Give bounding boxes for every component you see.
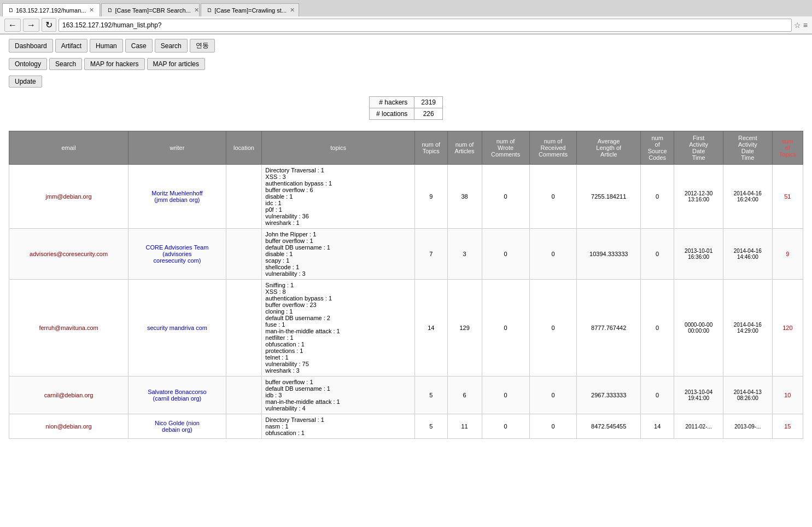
integration-button[interactable]: 연동 xyxy=(190,39,215,53)
cell-sum-topics: 120 xyxy=(772,280,803,377)
header-email: email xyxy=(9,131,128,165)
table-row[interactable]: jmm@debian.orgMoritz Muehlenhoff (jmm de… xyxy=(9,165,803,229)
hackers-label: # hackers xyxy=(369,97,414,108)
table-header: email writer location topics num ofTopic… xyxy=(9,131,803,165)
tab-2[interactable]: 🗋 [Case Team]=CBR Search... ✕ xyxy=(101,3,200,16)
back-button[interactable]: ← xyxy=(4,19,21,32)
tab-bar: 🗋 163.152.127.192/human... ✕ 🗋 [Case Tea… xyxy=(0,0,812,16)
cell-received-comments: 0 xyxy=(529,377,577,414)
menu-icon[interactable]: ≡ xyxy=(803,21,808,30)
cell-email: ferruh@mavituna.com xyxy=(9,280,128,377)
cell-sum-topics: 10 xyxy=(772,377,803,414)
header-wrote-comments: num ofWroteComments xyxy=(482,131,529,165)
browser-chrome: 🗋 163.152.127.192/human... ✕ 🗋 [Case Tea… xyxy=(0,0,812,34)
header-topics: topics xyxy=(262,131,415,165)
table-body: jmm@debian.orgMoritz Muehlenhoff (jmm de… xyxy=(9,165,803,439)
cell-avg-length: 10394.333333 xyxy=(577,229,641,280)
table-row[interactable]: ferruh@mavituna.comsecurity mandriva com… xyxy=(9,280,803,377)
cell-email: carnil@debian.org xyxy=(9,377,128,414)
tab-1-label: 163.152.127.192/human... xyxy=(16,7,86,14)
cell-recent-activity: 2013-09-... xyxy=(723,414,773,439)
cell-wrote-comments: 0 xyxy=(482,280,529,377)
table-row[interactable]: carnil@debian.orgSalvatore Bonaccorso (c… xyxy=(9,377,803,414)
update-button[interactable]: Update xyxy=(9,76,42,88)
cell-writer: Nico Golde (nion debain org) xyxy=(128,414,226,439)
cell-wrote-comments: 0 xyxy=(482,229,529,280)
map-hackers-button[interactable]: MAP for hackers xyxy=(84,58,144,70)
locations-value: 226 xyxy=(414,108,443,120)
header-sum-topics: sumofTopics xyxy=(772,131,803,165)
case-button[interactable]: Case xyxy=(125,39,153,53)
header-writer: writer xyxy=(128,131,226,165)
page-content: Dashboard Artifact Human Case Search 연동 … xyxy=(0,34,812,443)
table-row[interactable]: advisories@coresecurity.comCORE Advisori… xyxy=(9,229,803,280)
address-bar[interactable] xyxy=(59,19,792,32)
tab-3-close[interactable]: ✕ xyxy=(290,7,295,14)
primary-nav: Dashboard Artifact Human Case Search 연동 xyxy=(9,39,803,53)
cell-sum-topics: 15 xyxy=(772,414,803,439)
header-recent-activity: RecentActivityDateTime xyxy=(723,131,773,165)
cell-email: advisories@coresecurity.com xyxy=(9,229,128,280)
tab-1-close[interactable]: ✕ xyxy=(89,7,94,14)
human-button[interactable]: Human xyxy=(90,39,123,53)
cell-topics: buffer overflow : 1 default DB username … xyxy=(262,377,415,414)
tab-2-label: [Case Team]=CBR Search... xyxy=(115,7,190,14)
cell-received-comments: 0 xyxy=(529,229,577,280)
reload-button[interactable]: ↻ xyxy=(42,18,56,32)
cell-source-codes: 0 xyxy=(641,165,674,229)
cell-writer: security mandriva com xyxy=(128,280,226,377)
forward-button[interactable]: → xyxy=(23,19,39,32)
header-row: email writer location topics num ofTopic… xyxy=(9,131,803,165)
cell-topics: Directory Traversal : 1 nasm : 1 obfusca… xyxy=(262,414,415,439)
cell-recent-activity: 2014-04-16 14:29:00 xyxy=(723,280,773,377)
ontology-button[interactable]: Ontology xyxy=(9,58,47,70)
header-first-activity: FirstActivityDateTime xyxy=(674,131,723,165)
tab-3[interactable]: 🗋 [Case Team]=Crawling st... ✕ xyxy=(201,3,299,16)
cell-num-topics: 5 xyxy=(414,414,447,439)
bookmark-icon[interactable]: ☆ xyxy=(794,21,801,30)
data-table: email writer location topics num ofTopic… xyxy=(9,131,803,439)
header-location: location xyxy=(226,131,262,165)
cell-num-articles: 11 xyxy=(447,414,482,439)
cell-writer: Salvatore Bonaccorso (carnil debian org) xyxy=(128,377,226,414)
cell-location xyxy=(226,414,262,439)
cell-first-activity: 0000-00-00 00:00:00 xyxy=(674,280,723,377)
cell-location xyxy=(226,280,262,377)
cell-location xyxy=(226,377,262,414)
header-num-topics: num ofTopics xyxy=(414,131,447,165)
search-button[interactable]: Search xyxy=(155,39,188,53)
cell-wrote-comments: 0 xyxy=(482,165,529,229)
cell-first-activity: 2013-10-01 16:36:00 xyxy=(674,229,723,280)
secondary-search-button[interactable]: Search xyxy=(49,58,82,70)
header-received-comments: num ofReceivedComments xyxy=(529,131,577,165)
page-icon: 🗋 xyxy=(8,7,14,13)
cell-recent-activity: 2014-04-13 08:26:00 xyxy=(723,377,773,414)
cell-avg-length: 8472.545455 xyxy=(577,414,641,439)
cell-num-topics: 14 xyxy=(414,280,447,377)
cell-avg-length: 8777.767442 xyxy=(577,280,641,377)
map-articles-button[interactable]: MAP for articles xyxy=(147,58,205,70)
cell-avg-length: 7255.184211 xyxy=(577,165,641,229)
cell-location xyxy=(226,165,262,229)
cell-num-topics: 5 xyxy=(414,377,447,414)
hackers-value: 2319 xyxy=(414,97,443,108)
tab-1[interactable]: 🗋 163.152.127.192/human... ✕ xyxy=(2,3,100,16)
cell-topics: Sniffing : 1 XSS : 8 authentication bypa… xyxy=(262,280,415,377)
tab-2-close[interactable]: ✕ xyxy=(194,7,199,14)
page-icon-2: 🗋 xyxy=(107,7,113,13)
cell-writer: CORE Advisories Team (advisories coresec… xyxy=(128,229,226,280)
page-icon-3: 🗋 xyxy=(207,7,212,13)
cell-first-activity: 2011-02-... xyxy=(674,414,723,439)
stats-table: # hackers 2319 # locations 226 xyxy=(369,96,443,120)
cell-avg-length: 2967.333333 xyxy=(577,377,641,414)
cell-received-comments: 0 xyxy=(529,280,577,377)
update-row: Update xyxy=(9,76,803,88)
table-row[interactable]: nion@debian.orgNico Golde (nion debain o… xyxy=(9,414,803,439)
toolbar-icons: ☆ ≡ xyxy=(794,21,808,30)
tab-3-label: [Case Team]=Crawling st... xyxy=(214,7,287,14)
cell-source-codes: 0 xyxy=(641,280,674,377)
cell-source-codes: 0 xyxy=(641,229,674,280)
artifact-button[interactable]: Artifact xyxy=(55,39,87,53)
cell-num-articles: 38 xyxy=(447,165,482,229)
dashboard-button[interactable]: Dashboard xyxy=(9,39,53,53)
